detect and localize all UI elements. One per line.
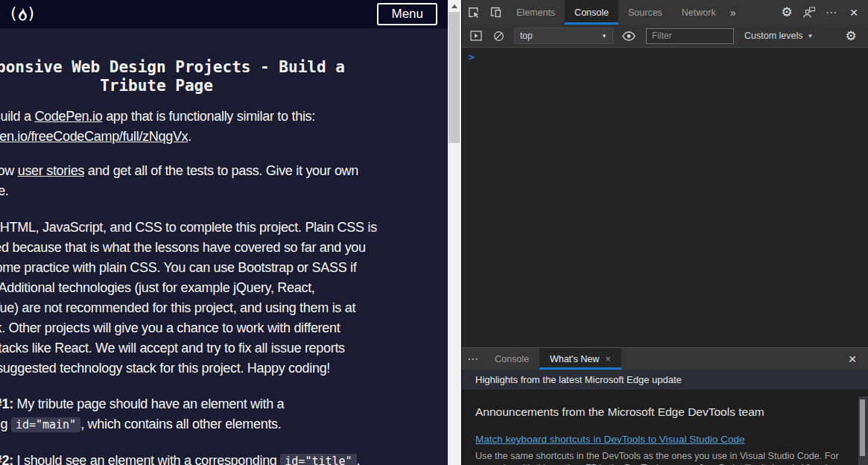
console-toolbar: top ▼ Custom levels ▼ ⚙ (462, 25, 868, 48)
text: I should see an element with a correspon… (13, 453, 280, 465)
customize-devtools-icon[interactable]: ⋯ (820, 0, 843, 25)
console-output[interactable]: > (462, 48, 868, 347)
javascript-context-selector[interactable]: top ▼ (514, 28, 613, 44)
link[interactable]: user stories (18, 163, 84, 178)
text-line: You can use HTML, JavaScript, and CSS to… (0, 218, 387, 238)
console-prompt-chevron-icon[interactable]: > (469, 51, 475, 63)
text-line: that use the suggested technology stack … (0, 358, 387, 379)
whats-new-scrollbar-thumb[interactable] (860, 399, 865, 456)
whats-new-scrollbar[interactable] (858, 396, 868, 465)
text-line: recommended because that is what the les… (0, 238, 387, 258)
text-line: should get some practice with plain CSS.… (0, 258, 387, 278)
text: and get all of the tests to pass. Give i… (84, 163, 358, 178)
text-line: User Story #1: My tribute page should ha… (0, 394, 387, 414)
clear-console-icon[interactable] (489, 26, 508, 45)
drawer-tab-whats-new-label: What's New (550, 354, 599, 364)
tab-console[interactable]: Console (565, 0, 618, 25)
text: that use the suggested technology stack … (0, 361, 330, 376)
whats-new-highlights-bar: Highlights from the latest Microsoft Edg… (462, 370, 868, 390)
text: your own risk. Other projects will give … (0, 320, 340, 335)
paragraph: User Story #1: My tribute page should ha… (0, 394, 387, 435)
drawer-actions: × (841, 348, 868, 370)
more-tabs-icon[interactable]: » (726, 0, 741, 25)
text: Build a (0, 109, 34, 124)
text: Fulfill the below (0, 163, 18, 178)
text: technology stacks like React. We will ac… (0, 341, 345, 355)
paragraph: You can use HTML, JavaScript, and CSS to… (0, 218, 387, 379)
text: , (357, 453, 361, 465)
text: app that is functionally similar to this… (102, 109, 315, 124)
tab-elements[interactable]: Elements (507, 0, 565, 25)
text-line: technology stacks like React. We will ac… (0, 338, 387, 358)
text-line: corresponding id="main", which contains … (0, 414, 387, 435)
context-selector-value: top (520, 31, 533, 41)
page-title-line-1: Responsive Web Design Projects - Build a (0, 58, 387, 77)
devtools-topbar: Elements Console Sources Network » ⚙ ⋯ × (462, 0, 868, 25)
whats-new-content: Announcements from the Microsoft Edge De… (462, 390, 868, 465)
text-line: you choose. Additional technologies (jus… (0, 278, 387, 298)
text: My tribute page should have an element w… (13, 396, 284, 411)
log-levels-dropdown[interactable]: Custom levels ▼ (741, 31, 816, 41)
text-line: your own risk. Other projects will give … (0, 318, 387, 338)
fcc-page-scrollbar[interactable] (448, 0, 461, 465)
console-settings-gear-icon[interactable]: ⚙ (841, 26, 861, 45)
inline-code: id="title" (280, 454, 356, 465)
close-whats-new-tab-icon[interactable]: × (605, 354, 611, 364)
devtools-panel: Elements Console Sources Network » ⚙ ⋯ × (461, 0, 868, 465)
whats-new-heading: Announcements from the Microsoft Edge De… (475, 405, 846, 419)
freecodecamp-logo-icon[interactable]: ( ) (10, 6, 34, 22)
fcc-content: Responsive Web Design Projects - Build a… (0, 58, 387, 465)
device-toolbar-icon[interactable] (484, 0, 507, 25)
page-title: Responsive Web Design Projects - Build a… (0, 58, 387, 95)
text: , which contains all other elements. (80, 417, 281, 431)
text: Angular, or Vue) are not recommended for… (0, 300, 355, 315)
logo-paren-close: ) (28, 5, 35, 22)
fcc-header: ( ) Menu (0, 0, 448, 28)
whats-new-article-link[interactable]: Match keyboard shortcuts in DevTools to … (475, 434, 744, 445)
whats-new-body-line-1: Use the same shortcuts in the DevTools a… (475, 451, 846, 463)
flame-icon (18, 7, 28, 21)
whats-new-body: Use the same shortcuts in the DevTools a… (475, 451, 846, 465)
text-line: User Story #2: I should see an element w… (0, 451, 387, 465)
live-expression-eye-icon[interactable] (619, 26, 639, 45)
text-line: Fulfill the below user stories and get a… (0, 161, 387, 181)
console-sidebar-toggle-icon[interactable] (466, 26, 486, 45)
feedback-icon[interactable] (798, 0, 820, 25)
drawer-tab-whats-new[interactable]: What's New × (539, 348, 621, 370)
close-drawer-icon[interactable]: × (841, 348, 864, 370)
close-devtools-icon[interactable]: × (843, 0, 865, 25)
link[interactable]: CodePen.io (34, 109, 102, 124)
text-line: Angular, or Vue) are not recommended for… (0, 298, 387, 318)
page-title-line-2: Tribute Page (0, 77, 387, 95)
console-filter-input[interactable] (646, 28, 734, 44)
text: personal style. (0, 183, 9, 198)
screenshot-root: ( ) Menu Responsive Web Design Projects … (0, 0, 868, 465)
text: You can use HTML, JavaScript, and CSS to… (0, 220, 377, 235)
text: recommended because that is what the les… (0, 240, 366, 255)
scrollbar-thumb[interactable] (449, 12, 460, 143)
log-levels-label: Custom levels (744, 31, 803, 41)
text: should get some practice with plain CSS.… (0, 260, 356, 275)
tab-sources[interactable]: Sources (618, 0, 672, 25)
paragraph: Fulfill the below user stories and get a… (0, 161, 387, 201)
drawer-more-tools-icon[interactable]: ⋯ (462, 348, 484, 370)
inline-code: id="main" (11, 417, 80, 432)
text: you choose. Additional technologies (jus… (0, 280, 315, 295)
devtools-topbar-actions: ⚙ ⋯ × (776, 0, 868, 25)
scrollbar-up-arrow-icon[interactable] (452, 4, 457, 8)
link[interactable]: https://codepen.io/freeCodeCamp/full/zNq… (0, 129, 188, 144)
bold-text: User Story #1: (0, 396, 13, 411)
settings-gear-icon[interactable]: ⚙ (776, 0, 798, 25)
chevron-down-icon: ▼ (601, 33, 607, 39)
whats-new-body-line-2: example, with this setting, F5 in the De… (475, 463, 846, 465)
tab-network[interactable]: Network (672, 0, 726, 25)
text-line: Objective: Build a CodePen.io app that i… (0, 107, 387, 127)
paragraph: Objective: Build a CodePen.io app that i… (0, 107, 387, 147)
fcc-blocks: Objective: Build a CodePen.io app that i… (0, 107, 387, 465)
inspect-element-icon[interactable] (462, 0, 484, 25)
drawer-tab-bar: ⋯ Console What's New × × (462, 348, 868, 370)
menu-button[interactable]: Menu (377, 3, 437, 25)
drawer-tab-console[interactable]: Console (484, 348, 539, 370)
devtools-drawer: ⋯ Console What's New × × Highlights from… (462, 347, 868, 465)
text: . (188, 129, 191, 144)
